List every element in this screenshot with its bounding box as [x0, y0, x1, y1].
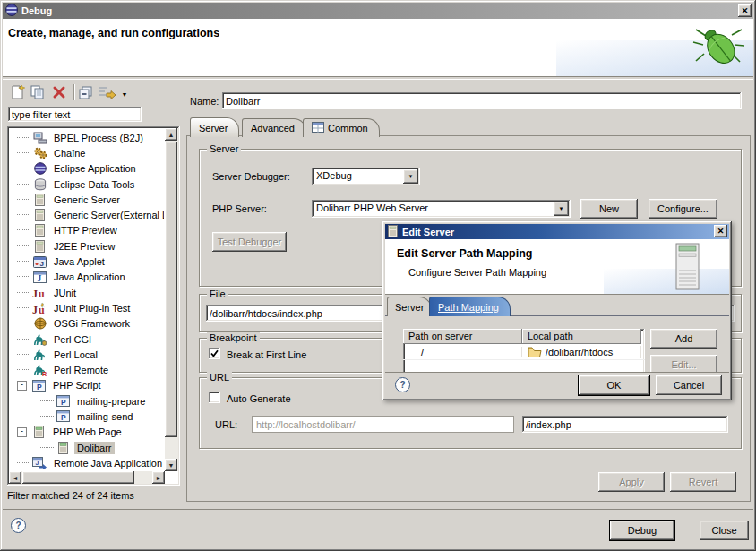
tree-item-label: Generic Server: [51, 194, 123, 206]
tree-item-junit[interactable]: JuJUnit: [9, 285, 164, 300]
tree-guide-line: [17, 214, 30, 216]
scroll-left-icon[interactable]: ◄: [9, 471, 21, 484]
tree-item-j2ee-preview[interactable]: J2EE Preview: [9, 238, 164, 254]
cancel-button[interactable]: Cancel: [656, 375, 722, 395]
tree-item-php-script[interactable]: -PPHP Script: [9, 378, 164, 393]
toolbar-separator: [73, 84, 74, 100]
tree-item-label: J2EE Preview: [51, 240, 117, 253]
tree-item-java-applet[interactable]: JJava Applet: [9, 254, 164, 269]
debug-button[interactable]: Debug: [610, 521, 674, 540]
java-app-icon: J: [32, 270, 47, 284]
collapse-expander-icon[interactable]: -: [17, 381, 27, 391]
tree-item-mailing-prepare[interactable]: Pmailing-prepare: [9, 393, 164, 409]
tab-server-label: Server: [199, 123, 228, 133]
php-server-value: Dolibarr PHP Web Server: [316, 202, 553, 213]
chevron-down-icon[interactable]: ▼: [403, 169, 418, 184]
filter-input[interactable]: [8, 107, 142, 122]
close-button[interactable]: Close: [700, 521, 749, 540]
tree-item-perl-remote[interactable]: RPerl Remote: [9, 362, 164, 377]
tab-server[interactable]: Server: [190, 117, 239, 137]
tab-common[interactable]: Common: [303, 118, 380, 137]
tree-item-bpel-process-b2j[interactable]: BPEL Process (B2J): [9, 130, 164, 145]
add-mapping-button[interactable]: Add: [650, 329, 717, 349]
collapse-all-icon[interactable]: [77, 83, 95, 101]
tree-item-generic-server-external-la[interactable]: Generic Server(External La: [9, 207, 164, 222]
tree-item-eclipse-data-tools[interactable]: Eclipse Data Tools: [9, 176, 164, 192]
debug-bug-icon: [692, 22, 747, 73]
collapse-expander-icon[interactable]: -: [17, 427, 27, 437]
debug-button-label: Debug: [628, 525, 657, 536]
filter-configurations-icon[interactable]: [97, 83, 118, 101]
tree-horizontal-scrollbar[interactable]: ◄ ►: [9, 471, 165, 484]
path-mapping-table[interactable]: Path on serverLocal path //dolibarr/htdo…: [403, 329, 645, 373]
tree-item-http-preview[interactable]: HTTP Preview: [9, 223, 164, 238]
tree-item-eclipse-application[interactable]: Eclipse Application: [9, 161, 164, 176]
server-tower-icon: [672, 243, 702, 293]
tree-item-remote-java-application[interactable]: JRemote Java Application: [9, 455, 164, 470]
tree-guide-line: [17, 354, 30, 356]
svg-text:R: R: [42, 371, 47, 376]
server-icon: [32, 208, 47, 222]
php-server-select[interactable]: Dolibarr PHP Web Server ▼: [312, 200, 571, 218]
column-header-path-on-server[interactable]: Path on server: [403, 329, 522, 344]
new-server-button[interactable]: New: [580, 199, 638, 219]
tree-item-label: Perl Local: [51, 349, 100, 361]
edit-server-banner: Edit Server Path Mapping Configure Serve…: [385, 239, 729, 294]
duplicate-configuration-icon[interactable]: [29, 83, 47, 101]
chevron-down-icon[interactable]: ▼: [554, 202, 569, 216]
new-configuration-icon[interactable]: [9, 83, 27, 101]
local-path-cell: /dolibarr/htdocs: [522, 346, 641, 358]
scroll-down-icon[interactable]: ▼: [165, 459, 177, 471]
tree-item-junit-plug-in-test[interactable]: JuJUnit Plug-in Test: [9, 300, 164, 315]
tree-item-perl-local[interactable]: Perl Local: [9, 347, 164, 362]
apply-button-label: Apply: [619, 477, 644, 487]
scroll-right-icon[interactable]: ►: [152, 471, 165, 484]
tree-item-mailing-send[interactable]: Pmailing-send: [9, 409, 164, 424]
dialog-help-icon[interactable]: ?: [395, 377, 410, 392]
tab-advanced[interactable]: Advanced: [242, 118, 306, 137]
tree-item-generic-server[interactable]: Generic Server: [9, 192, 164, 207]
ok-button[interactable]: OK: [579, 375, 649, 395]
path-mapping-row[interactable]: //dolibarr/htdocs: [403, 344, 645, 360]
window-close-icon[interactable]: ✕: [738, 4, 752, 17]
auto-generate-checkbox[interactable]: [209, 392, 220, 403]
junit-icon: Ju: [32, 286, 47, 300]
tree-item-label: Java Applet: [51, 255, 107, 268]
tree-item-label: Remote Java Application: [51, 457, 164, 469]
dialog-tab-server[interactable]: Server: [387, 297, 432, 316]
tree-item-java-application[interactable]: JJava Application: [9, 270, 164, 285]
tree-vertical-scrollbar[interactable]: ▲ ▼: [165, 128, 178, 471]
tree-item-perl-cgi[interactable]: Perl CGI: [9, 331, 164, 347]
column-header-local-path[interactable]: Local path: [522, 329, 641, 344]
window-titlebar: Debug ✕: [3, 3, 753, 19]
url-path-input[interactable]: [522, 416, 728, 433]
dialog-close-icon[interactable]: ✕: [714, 225, 727, 237]
tree-item-php-web-page[interactable]: -PHP Web Page: [9, 425, 164, 440]
tree-guide-line: [17, 339, 30, 340]
bpel-icon: [32, 131, 47, 145]
help-icon[interactable]: ?: [11, 518, 26, 533]
tree-item-dolibarr[interactable]: Dolibarr: [9, 440, 164, 455]
tree-item-label: Perl Remote: [51, 364, 111, 376]
horizontal-scroll-thumb[interactable]: [22, 471, 134, 484]
edit-button-label: Edit...: [671, 359, 696, 370]
camel-remote-icon: R: [32, 363, 47, 377]
footer-separator: [3, 509, 753, 512]
tree-item-label: Generic Server(External La: [51, 209, 164, 221]
auto-generate-label: Auto Generate: [227, 393, 291, 404]
server-debugger-select[interactable]: XDebug ▼: [312, 168, 420, 185]
delete-configuration-icon[interactable]: [50, 83, 68, 101]
tree-item-osgi-framework[interactable]: OSGi Framework: [9, 316, 164, 331]
filter-menu-chevron-down-icon[interactable]: ▼: [120, 85, 129, 103]
revert-button-label: Revert: [689, 477, 717, 487]
dialog-tab-path-mapping[interactable]: Path Mapping: [429, 297, 511, 316]
break-first-line-checkbox[interactable]: [209, 348, 220, 359]
configure-server-button[interactable]: Configure...: [649, 199, 717, 219]
dialog-tab-path-mapping-label: Path Mapping: [438, 302, 499, 313]
scroll-up-icon[interactable]: ▲: [165, 128, 177, 141]
vertical-scroll-thumb[interactable]: [165, 142, 177, 437]
cancel-button-label: Cancel: [674, 380, 704, 391]
server-icon: [388, 225, 398, 239]
tree-item-cha-ne[interactable]: Chaîne: [9, 145, 164, 160]
configuration-name-input[interactable]: [222, 92, 742, 109]
